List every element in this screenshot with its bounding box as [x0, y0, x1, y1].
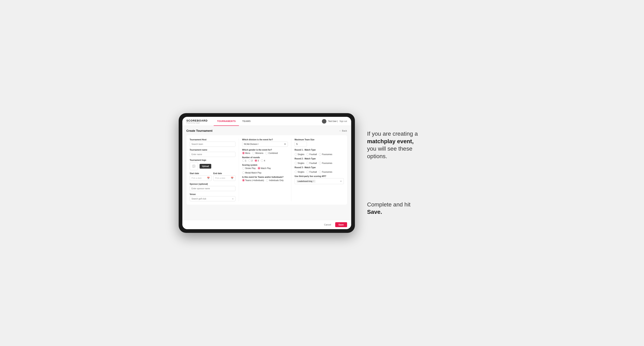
api-chevron-icon: ▼	[340, 180, 342, 182]
max-team-size-label: Maximum Team Size	[295, 139, 344, 141]
upload-button[interactable]: Upload	[200, 164, 212, 169]
round-1[interactable]: 1	[242, 159, 246, 162]
logo-upload-area: Upload	[190, 162, 236, 170]
round-2[interactable]: 2	[248, 159, 253, 162]
third-party-api-label: Use third-party live scoring API?	[295, 175, 344, 177]
round-1-label: 1	[245, 160, 246, 162]
right-column: Maximum Team Size Round 1 - Match Type S…	[295, 139, 344, 201]
scoring-stroke-dot	[242, 167, 245, 170]
round2-match-type-group: Round 2 - Match Type Singles Fourball	[295, 158, 344, 164]
rounds-label: Number of rounds	[242, 156, 288, 159]
round1-foursomes-label: Foursomes	[322, 153, 332, 156]
navbar: SCOREBOARD Powered by clippit TOURNAMENT…	[182, 117, 351, 126]
round1-radio-group: Singles Fourball Foursomes	[295, 153, 344, 156]
event-teams[interactable]: Teams (+Individuals)	[242, 179, 264, 181]
scoring-medal-label: Medal Match Play	[245, 172, 262, 174]
start-date-input[interactable]: Pick a date 📅	[190, 175, 212, 181]
avatar	[322, 119, 326, 124]
form-footer: Cancel Save	[182, 220, 351, 229]
calendar-icon-start: 📅	[207, 177, 210, 179]
api-tag-remove[interactable]: ×	[313, 180, 314, 182]
tablet-screen: SCOREBOARD Powered by clippit TOURNAMENT…	[182, 117, 351, 229]
sponsor-input[interactable]	[190, 186, 236, 191]
round2-foursomes[interactable]: Foursomes	[319, 162, 332, 164]
cancel-button[interactable]: Cancel	[322, 222, 334, 227]
round3-foursomes-label: Foursomes	[322, 171, 332, 173]
venue-input[interactable]	[190, 196, 236, 201]
scene: SCOREBOARD Powered by clippit TOURNAMENT…	[179, 113, 466, 233]
annotation-bottom-text: Complete and hit	[367, 201, 410, 208]
event-for-group: Is this event for Teams and/or Individua…	[242, 176, 288, 181]
third-party-api-group: Use third-party live scoring API? Leader…	[295, 175, 344, 184]
round1-singles-label: Singles	[298, 153, 304, 156]
division-select[interactable]: NCAA Division I NCAA Division II NCAA Di…	[242, 142, 288, 147]
round2-fourball-label: Fourball	[310, 162, 317, 164]
back-link[interactable]: ← Back	[339, 130, 347, 132]
tournament-host-label: Tournament Host	[190, 139, 236, 141]
page-title: Create Tournament	[186, 129, 212, 132]
event-individuals-dot	[266, 179, 268, 181]
sign-out-link[interactable]: Sign out	[340, 120, 347, 122]
round1-fourball-label: Fourball	[310, 153, 317, 156]
sponsor-label: Sponsor (optional)	[190, 183, 236, 185]
round2-singles-label: Singles	[298, 162, 304, 164]
scoring-stroke[interactable]: Stroke Play	[242, 167, 256, 170]
scoring-match[interactable]: Match Play	[258, 167, 271, 170]
round1-singles[interactable]: Singles	[295, 153, 304, 156]
round1-fourball[interactable]: Fourball	[306, 153, 317, 156]
gender-womens[interactable]: Womens	[252, 152, 263, 154]
round-3[interactable]: 3	[255, 159, 259, 162]
start-date-label: Start date	[190, 172, 212, 174]
round3-label: Round 3 - Match Type	[295, 166, 344, 169]
round-4-dot	[261, 159, 263, 162]
division-group: Which division is the event for? NCAA Di…	[242, 139, 288, 147]
round3-fourball-label: Fourball	[310, 171, 317, 173]
end-date-group: End date Pick a date 📅	[213, 172, 236, 181]
annotation-top-bold: matchplay event,	[367, 138, 414, 145]
venue-group: Venue ▼	[190, 193, 236, 201]
round2-foursomes-dot	[319, 162, 321, 164]
gender-label: Which gender is the event for?	[242, 149, 288, 151]
round1-foursomes[interactable]: Foursomes	[319, 153, 332, 156]
round-4[interactable]: 4	[261, 159, 265, 162]
left-column: Tournament Host Tournament name Tourname…	[190, 139, 239, 201]
start-date-group: Start date Pick a date 📅	[190, 172, 212, 181]
round3-foursomes[interactable]: Foursomes	[319, 171, 332, 173]
rounds-radio-group: 1 2 3	[242, 159, 288, 162]
annotations: If you are creating a matchplay event, y…	[363, 126, 466, 220]
scoring-medal[interactable]: Medal Match Play	[242, 172, 262, 174]
round2-label: Round 2 - Match Type	[295, 158, 344, 160]
event-for-label: Is this event for Teams and/or Individua…	[242, 176, 288, 178]
tournament-host-input[interactable]	[190, 142, 236, 147]
tournament-logo-label: Tournament logo	[190, 159, 236, 161]
api-tag: Leaderboard King ×	[296, 180, 316, 183]
end-date-input[interactable]: Pick a date 📅	[213, 175, 236, 181]
api-tag-label: Leaderboard King	[298, 180, 312, 182]
round3-fourball[interactable]: Fourball	[306, 171, 317, 173]
round2-foursomes-label: Foursomes	[322, 162, 332, 164]
tab-teams[interactable]: TEAMS	[239, 117, 254, 126]
event-teams-label: Teams (+Individuals)	[245, 179, 264, 181]
save-button[interactable]: Save	[335, 222, 347, 227]
api-select-wrap[interactable]: Leaderboard King × ▼	[295, 178, 344, 184]
logo-sub: Powered by clippit	[186, 122, 208, 124]
gender-mens-dot	[242, 152, 245, 154]
round2-singles[interactable]: Singles	[295, 162, 304, 164]
round2-fourball-dot	[306, 162, 309, 164]
gender-combined[interactable]: Combined	[265, 152, 278, 154]
annotation-top: If you are creating a matchplay event, y…	[367, 130, 424, 160]
tab-tournaments[interactable]: TOURNAMENTS	[214, 117, 239, 126]
round2-fourball[interactable]: Fourball	[306, 162, 317, 164]
max-team-size-input[interactable]	[295, 142, 307, 147]
round3-singles-label: Singles	[298, 171, 304, 173]
tournament-name-input[interactable]	[190, 152, 236, 157]
tablet-device: SCOREBOARD Powered by clippit TOURNAMENT…	[179, 113, 355, 233]
round3-singles[interactable]: Singles	[295, 171, 304, 173]
end-date-label: End date	[213, 172, 236, 174]
round-2-label: 2	[252, 160, 253, 162]
user-label: Test User |	[328, 120, 338, 122]
max-team-size-group: Maximum Team Size	[295, 139, 344, 147]
event-individuals[interactable]: Individuals Only	[266, 179, 284, 181]
round1-foursomes-dot	[319, 153, 321, 156]
gender-mens[interactable]: Mens	[242, 152, 250, 154]
